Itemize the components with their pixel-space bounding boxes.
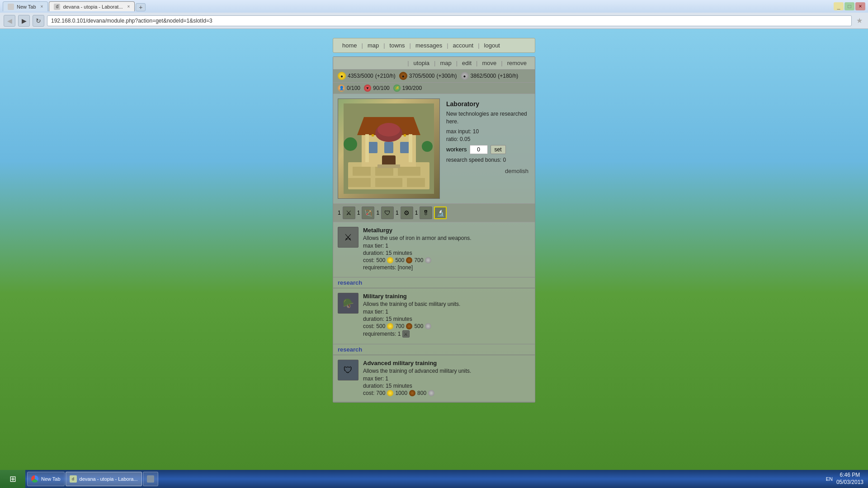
svg-rect-22 [404, 134, 406, 136]
taskbar: ⊞ New Tab d devana - utopia - Labora... … [0, 470, 868, 488]
svg-rect-21 [372, 134, 374, 136]
tech-military-name: Military training [363, 293, 530, 300]
wood-bonus: (+300/h) [437, 73, 457, 79]
research-military-link[interactable]: research [338, 346, 362, 353]
tech-military-details: Military training Allows the training of… [363, 293, 530, 339]
back-button[interactable]: ◀ [4, 15, 15, 27]
tech-military-training: 🪖 Military training Allows the training … [333, 288, 535, 344]
workers-input[interactable] [470, 145, 488, 154]
tech-military-icon: 🪖 [338, 293, 359, 314]
building-svg [344, 103, 434, 194]
action-map[interactable]: map [436, 59, 455, 67]
tech-advanced-military: 🛡 Advanced military training Allows the … [333, 355, 535, 402]
start-button[interactable]: ⊞ [0, 470, 25, 488]
tab-title-2: devana - utopia - Laborat... [63, 4, 123, 9]
food-icon: 🌾 [393, 84, 401, 92]
svg-rect-13 [384, 142, 393, 153]
slot-number-4: 1 [396, 210, 399, 216]
building-image [338, 99, 440, 199]
svg-rect-14 [400, 142, 409, 153]
slot-number-2: 1 [357, 210, 360, 216]
wood-icon: ● [399, 72, 407, 80]
nav-home[interactable]: home [339, 41, 361, 50]
cost-wood-icon-1 [406, 257, 412, 263]
new-tab-button[interactable]: + [136, 3, 146, 11]
action-utopia[interactable]: utopia [410, 59, 433, 67]
slot-4[interactable]: ⚙ [401, 206, 413, 219]
req-icon-military: ⚔ [402, 330, 410, 338]
browser-tab-newtab[interactable]: New Tab × [3, 1, 48, 11]
browser-tab-active[interactable]: d devana - utopia - Laborat... × [49, 1, 135, 11]
cost-gold-icon-3 [387, 390, 393, 396]
stone-bonus: (+180/h) [498, 73, 518, 79]
action-move[interactable]: move [478, 59, 500, 67]
close-tab-2[interactable]: × [127, 4, 130, 9]
reload-button[interactable]: ↻ [33, 15, 44, 27]
chrome-icon [31, 475, 38, 483]
nav-map[interactable]: map [364, 41, 382, 50]
research-speed-bonus: research speed bonus: 0 [446, 157, 528, 163]
taskbar-tab-devana[interactable]: d devana - utopia - Labora... [66, 472, 142, 486]
food-value: 190/200 [402, 85, 422, 91]
taskbar-tab-other[interactable] [143, 472, 158, 486]
address-bar[interactable] [47, 15, 852, 26]
nav-messages[interactable]: messages [412, 41, 446, 50]
bookmark-star-icon[interactable]: ★ [854, 16, 864, 26]
cost-stone-icon-3 [428, 390, 434, 396]
slot-3[interactable]: 🛡 [381, 206, 394, 219]
resource-gold: ● 4353/5000 (+210/h) [338, 72, 396, 80]
slot-icon-5: 🎖 [420, 206, 432, 219]
browser-window-controls: _ □ × [834, 2, 865, 10]
slot-icon-1: ⚔ [343, 206, 355, 219]
tech-metallurgy-req: requirements: [none] [363, 264, 530, 271]
browser-toolbar: ◀ ▶ ↻ ★ [0, 13, 868, 29]
tech-military-desc: Allows the training of basic military un… [363, 301, 530, 307]
taskbar-right: EN 6:46 PM 05/03/2013 [821, 472, 868, 486]
research-metallurgy-link[interactable]: research [338, 279, 362, 286]
taskbar-tab-title-1: New Tab [41, 476, 61, 482]
taskbar-tab-chrome[interactable]: New Tab [27, 472, 65, 486]
action-remove[interactable]: remove [504, 59, 530, 67]
happiness-value: 90/100 [373, 85, 390, 91]
browser-tabs: New Tab × d devana - utopia - Laborat...… [3, 1, 834, 11]
svg-point-19 [344, 137, 357, 151]
taskbar-clock: 6:46 PM 05/03/2013 [836, 472, 863, 486]
maximize-button[interactable]: □ [844, 2, 854, 10]
tech-metallurgy-desc: Allows the use of iron in armor and weap… [363, 235, 530, 241]
stat-food: 🌾 190/200 [393, 84, 422, 92]
slot-icon-4: ⚙ [401, 206, 413, 219]
svg-rect-5 [348, 178, 371, 187]
building-description: New technologies are researched here. [446, 110, 528, 126]
slot-5[interactable]: 🎖 [420, 206, 432, 219]
main-content-box: | utopia | map | edit | move | remove ● … [333, 56, 535, 403]
stats-bar: 👤 0/100 ♥ 90/100 🌾 190/200 [333, 83, 535, 94]
svg-rect-18 [409, 134, 412, 162]
tech-metallurgy-duration: duration: 15 minutes [363, 250, 530, 256]
demolish-link[interactable]: demolish [446, 168, 528, 174]
close-tab-1[interactable]: × [41, 4, 43, 9]
tab-title-1: New Tab [17, 4, 36, 9]
cost-gold-icon-1 [387, 257, 393, 263]
action-edit[interactable]: edit [458, 59, 475, 67]
tech-advanced-name: Advanced military training [363, 360, 530, 366]
minimize-button[interactable]: _ [834, 2, 844, 10]
close-button[interactable]: × [855, 2, 865, 10]
forward-button[interactable]: ▶ [18, 15, 30, 27]
set-workers-button[interactable]: set [491, 145, 506, 154]
nav-logout[interactable]: logout [481, 41, 504, 50]
building-image-inner [338, 99, 439, 198]
clock-time: 6:46 PM [836, 472, 863, 479]
clock-date: 05/03/2013 [836, 479, 863, 486]
slot-1[interactable]: ⚔ [343, 206, 355, 219]
stat-population: 👤 0/100 [338, 84, 360, 92]
tech-advanced-desc: Allows the training of advanced military… [363, 368, 530, 374]
building-section: Laboratory New technologies are research… [333, 94, 535, 204]
nav-towns[interactable]: towns [386, 41, 409, 50]
start-icon: ⊞ [9, 474, 16, 484]
nav-account[interactable]: account [449, 41, 477, 50]
tab-favicon-active: d [54, 4, 60, 10]
cost-gold-icon-2 [387, 323, 393, 329]
slot-6-active[interactable]: 🔬 [434, 206, 447, 219]
page-content: home | map | towns | messages | account … [0, 29, 868, 470]
slot-2[interactable]: 🏹 [362, 206, 374, 219]
